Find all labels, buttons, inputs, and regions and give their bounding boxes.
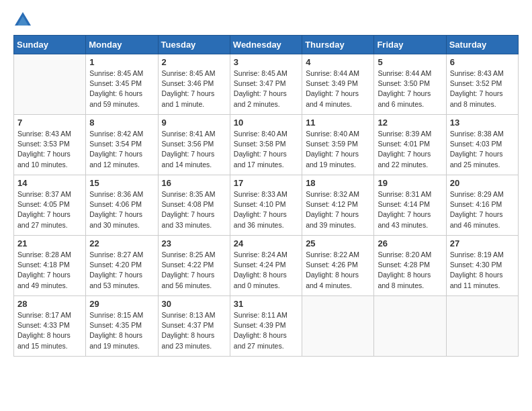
day-info: Sunrise: 8:44 AM Sunset: 3:49 PM Dayligh… bbox=[306, 68, 370, 109]
day-number: 3 bbox=[234, 57, 298, 67]
day-number: 8 bbox=[89, 118, 154, 128]
day-number: 13 bbox=[450, 118, 515, 128]
calendar-cell: 13Sunrise: 8:38 AM Sunset: 4:03 PM Dayli… bbox=[446, 115, 518, 175]
day-number: 23 bbox=[162, 238, 226, 248]
day-info: Sunrise: 8:44 AM Sunset: 3:50 PM Dayligh… bbox=[378, 68, 442, 109]
day-number: 17 bbox=[234, 178, 298, 188]
calendar-cell: 18Sunrise: 8:32 AM Sunset: 4:12 PM Dayli… bbox=[302, 175, 374, 236]
day-number: 1 bbox=[89, 57, 154, 67]
day-number: 26 bbox=[378, 238, 442, 248]
calendar-cell: 12Sunrise: 8:39 AM Sunset: 4:01 PM Dayli… bbox=[374, 115, 446, 175]
calendar-cell bbox=[374, 296, 446, 357]
day-info: Sunrise: 8:45 AM Sunset: 3:45 PM Dayligh… bbox=[89, 68, 154, 109]
week-row-3: 14Sunrise: 8:37 AM Sunset: 4:05 PM Dayli… bbox=[14, 175, 519, 236]
day-info: Sunrise: 8:13 AM Sunset: 4:37 PM Dayligh… bbox=[162, 310, 226, 351]
day-number: 18 bbox=[306, 178, 370, 188]
day-number: 15 bbox=[89, 178, 154, 188]
logo-icon bbox=[13, 11, 32, 30]
day-info: Sunrise: 8:45 AM Sunset: 3:46 PM Dayligh… bbox=[162, 68, 226, 109]
day-number: 25 bbox=[306, 238, 370, 248]
day-info: Sunrise: 8:39 AM Sunset: 4:01 PM Dayligh… bbox=[378, 129, 442, 170]
day-info: Sunrise: 8:17 AM Sunset: 4:33 PM Dayligh… bbox=[17, 310, 82, 351]
calendar-cell: 16Sunrise: 8:35 AM Sunset: 4:08 PM Dayli… bbox=[158, 175, 230, 236]
day-number: 2 bbox=[162, 57, 226, 67]
day-info: Sunrise: 8:40 AM Sunset: 3:58 PM Dayligh… bbox=[234, 129, 298, 170]
day-number: 11 bbox=[306, 118, 370, 128]
day-info: Sunrise: 8:33 AM Sunset: 4:10 PM Dayligh… bbox=[234, 189, 298, 230]
col-header-monday: Monday bbox=[86, 36, 158, 54]
col-header-thursday: Thursday bbox=[302, 36, 374, 54]
calendar-cell bbox=[14, 54, 86, 115]
day-info: Sunrise: 8:38 AM Sunset: 4:03 PM Dayligh… bbox=[450, 129, 515, 170]
calendar-cell: 19Sunrise: 8:31 AM Sunset: 4:14 PM Dayli… bbox=[374, 175, 446, 236]
page-header bbox=[13, 11, 519, 30]
calendar-cell: 8Sunrise: 8:42 AM Sunset: 3:54 PM Daylig… bbox=[86, 115, 158, 175]
day-info: Sunrise: 8:32 AM Sunset: 4:12 PM Dayligh… bbox=[306, 189, 370, 230]
day-info: Sunrise: 8:43 AM Sunset: 3:53 PM Dayligh… bbox=[17, 129, 82, 170]
day-info: Sunrise: 8:28 AM Sunset: 4:18 PM Dayligh… bbox=[17, 250, 82, 291]
day-number: 4 bbox=[306, 57, 370, 67]
calendar-cell: 23Sunrise: 8:25 AM Sunset: 4:22 PM Dayli… bbox=[158, 236, 230, 296]
day-number: 10 bbox=[234, 118, 298, 128]
day-info: Sunrise: 8:25 AM Sunset: 4:22 PM Dayligh… bbox=[162, 250, 226, 291]
calendar-cell: 10Sunrise: 8:40 AM Sunset: 3:58 PM Dayli… bbox=[230, 115, 302, 175]
col-header-wednesday: Wednesday bbox=[230, 36, 302, 54]
day-info: Sunrise: 8:41 AM Sunset: 3:56 PM Dayligh… bbox=[162, 129, 226, 170]
day-info: Sunrise: 8:36 AM Sunset: 4:06 PM Dayligh… bbox=[89, 189, 154, 230]
calendar-cell: 6Sunrise: 8:43 AM Sunset: 3:52 PM Daylig… bbox=[446, 54, 518, 115]
calendar-table: SundayMondayTuesdayWednesdayThursdayFrid… bbox=[13, 35, 519, 357]
day-info: Sunrise: 8:45 AM Sunset: 3:47 PM Dayligh… bbox=[234, 68, 298, 109]
logo bbox=[13, 11, 35, 30]
calendar-cell bbox=[302, 296, 374, 357]
calendar-cell: 3Sunrise: 8:45 AM Sunset: 3:47 PM Daylig… bbox=[230, 54, 302, 115]
week-row-1: 1Sunrise: 8:45 AM Sunset: 3:45 PM Daylig… bbox=[14, 54, 519, 115]
day-number: 6 bbox=[450, 57, 515, 67]
calendar-header-row: SundayMondayTuesdayWednesdayThursdayFrid… bbox=[14, 36, 519, 54]
calendar-cell: 15Sunrise: 8:36 AM Sunset: 4:06 PM Dayli… bbox=[86, 175, 158, 236]
day-number: 30 bbox=[162, 299, 226, 309]
day-number: 9 bbox=[162, 118, 226, 128]
calendar-cell: 9Sunrise: 8:41 AM Sunset: 3:56 PM Daylig… bbox=[158, 115, 230, 175]
calendar-cell: 22Sunrise: 8:27 AM Sunset: 4:20 PM Dayli… bbox=[86, 236, 158, 296]
week-row-4: 21Sunrise: 8:28 AM Sunset: 4:18 PM Dayli… bbox=[14, 236, 519, 296]
day-info: Sunrise: 8:37 AM Sunset: 4:05 PM Dayligh… bbox=[17, 189, 82, 230]
day-number: 5 bbox=[378, 57, 442, 67]
day-number: 16 bbox=[162, 178, 226, 188]
calendar-cell: 14Sunrise: 8:37 AM Sunset: 4:05 PM Dayli… bbox=[14, 175, 86, 236]
day-info: Sunrise: 8:29 AM Sunset: 4:16 PM Dayligh… bbox=[450, 189, 515, 230]
day-info: Sunrise: 8:15 AM Sunset: 4:35 PM Dayligh… bbox=[89, 310, 154, 351]
calendar-cell: 25Sunrise: 8:22 AM Sunset: 4:26 PM Dayli… bbox=[302, 236, 374, 296]
day-number: 24 bbox=[234, 238, 298, 248]
calendar-cell: 31Sunrise: 8:11 AM Sunset: 4:39 PM Dayli… bbox=[230, 296, 302, 357]
calendar-cell: 1Sunrise: 8:45 AM Sunset: 3:45 PM Daylig… bbox=[86, 54, 158, 115]
day-number: 31 bbox=[234, 299, 298, 309]
day-info: Sunrise: 8:22 AM Sunset: 4:26 PM Dayligh… bbox=[306, 250, 370, 291]
day-info: Sunrise: 8:42 AM Sunset: 3:54 PM Dayligh… bbox=[89, 129, 154, 170]
day-number: 20 bbox=[450, 178, 515, 188]
week-row-5: 28Sunrise: 8:17 AM Sunset: 4:33 PM Dayli… bbox=[14, 296, 519, 357]
day-info: Sunrise: 8:20 AM Sunset: 4:28 PM Dayligh… bbox=[378, 250, 442, 291]
calendar-cell: 5Sunrise: 8:44 AM Sunset: 3:50 PM Daylig… bbox=[374, 54, 446, 115]
calendar-cell: 26Sunrise: 8:20 AM Sunset: 4:28 PM Dayli… bbox=[374, 236, 446, 296]
calendar-cell: 7Sunrise: 8:43 AM Sunset: 3:53 PM Daylig… bbox=[14, 115, 86, 175]
day-info: Sunrise: 8:43 AM Sunset: 3:52 PM Dayligh… bbox=[450, 68, 515, 109]
day-number: 7 bbox=[17, 118, 82, 128]
day-number: 14 bbox=[17, 178, 82, 188]
calendar-cell: 2Sunrise: 8:45 AM Sunset: 3:46 PM Daylig… bbox=[158, 54, 230, 115]
day-info: Sunrise: 8:11 AM Sunset: 4:39 PM Dayligh… bbox=[234, 310, 298, 351]
calendar-cell: 20Sunrise: 8:29 AM Sunset: 4:16 PM Dayli… bbox=[446, 175, 518, 236]
calendar-cell: 11Sunrise: 8:40 AM Sunset: 3:59 PM Dayli… bbox=[302, 115, 374, 175]
day-info: Sunrise: 8:40 AM Sunset: 3:59 PM Dayligh… bbox=[306, 129, 370, 170]
day-number: 12 bbox=[378, 118, 442, 128]
calendar-cell: 4Sunrise: 8:44 AM Sunset: 3:49 PM Daylig… bbox=[302, 54, 374, 115]
day-info: Sunrise: 8:24 AM Sunset: 4:24 PM Dayligh… bbox=[234, 250, 298, 291]
col-header-saturday: Saturday bbox=[446, 36, 518, 54]
calendar-cell: 30Sunrise: 8:13 AM Sunset: 4:37 PM Dayli… bbox=[158, 296, 230, 357]
day-number: 27 bbox=[450, 238, 515, 248]
col-header-tuesday: Tuesday bbox=[158, 36, 230, 54]
calendar-cell bbox=[446, 296, 518, 357]
day-number: 19 bbox=[378, 178, 442, 188]
day-info: Sunrise: 8:31 AM Sunset: 4:14 PM Dayligh… bbox=[378, 189, 442, 230]
calendar-cell: 24Sunrise: 8:24 AM Sunset: 4:24 PM Dayli… bbox=[230, 236, 302, 296]
calendar-cell: 28Sunrise: 8:17 AM Sunset: 4:33 PM Dayli… bbox=[14, 296, 86, 357]
